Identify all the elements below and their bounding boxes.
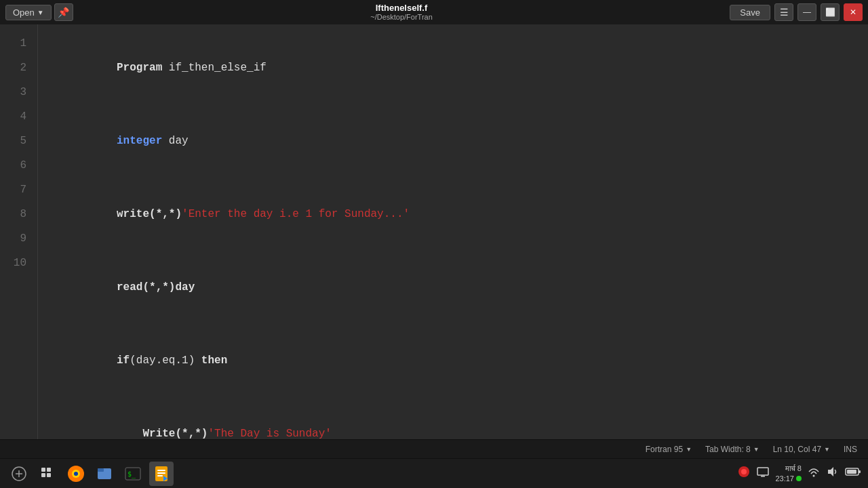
titlebar-right: Save ☰ — ⬜ ✕ (730, 3, 863, 21)
kw-then1: then (201, 354, 227, 367)
tabwidth-chevron: ▼ (753, 446, 760, 453)
code-line-5: if(day.eq.1) then (52, 324, 868, 397)
code-line-4: read(*,*)day (52, 251, 868, 324)
language-label: Fortran 95 (646, 445, 683, 454)
taskbar-terminal-icon[interactable]: $_ (121, 462, 145, 486)
svg-rect-24 (859, 470, 861, 473)
svg-rect-19 (757, 468, 768, 475)
taskbar-clock: मार्च 8 23:17 (775, 464, 802, 483)
svg-rect-13 (157, 470, 165, 471)
position-chevron: ▼ (824, 446, 830, 453)
path-label: ~/Desktop/ForTran (370, 13, 433, 22)
svg-rect-3 (41, 473, 45, 477)
code-line-2: integer day (52, 104, 868, 178)
clock-date: मार्च 8 (775, 464, 802, 473)
taskbar-right: मार्च 8 23:17 (737, 464, 861, 483)
kw-program: Program (91, 62, 169, 74)
minimize-icon: — (803, 7, 811, 17)
svg-rect-20 (761, 476, 765, 477)
code-line-6: Write(*,*)'The Day is Sunday' (52, 397, 868, 439)
status-mode: INS (844, 445, 857, 454)
line-num-1: 1 (7, 31, 26, 56)
tray-volume-icon[interactable] (826, 465, 840, 482)
line-num-8: 8 (7, 202, 26, 226)
taskbar-activities-icon[interactable] (7, 462, 31, 486)
tray-network-icon[interactable] (807, 465, 821, 482)
line-num-3: 3 (7, 80, 26, 104)
pin-icon: 📌 (58, 7, 69, 18)
program-name: if_then_else_if (169, 62, 267, 74)
kw-integer: integer (91, 135, 163, 147)
svg-point-18 (741, 469, 747, 474)
titlebar: Open ▼ 📌 IfthenelseIf.f ~/Desktop/ForTra… (0, 0, 868, 24)
svg-point-21 (813, 475, 815, 477)
statusbar: Fortran 95 ▼ Tab Width: 8 ▼ Ln 10, Col 4… (0, 439, 868, 458)
line-num-7: 7 (7, 178, 26, 202)
svg-rect-25 (847, 470, 856, 474)
line-num-9: 9 (7, 226, 26, 251)
code-line-3: write(*,*)'Enter the day i.e 1 for Sunda… (52, 178, 868, 251)
line-numbers: 1 2 3 4 5 6 7 8 9 10 (0, 24, 38, 439)
open-label: Open (13, 7, 35, 18)
kw-write2: Write(*,*) (91, 428, 208, 439)
clock-time: 23:17 (775, 474, 802, 483)
language-chevron: ▼ (686, 446, 692, 453)
filename-label: IfthenelseIf.f (376, 3, 428, 14)
svg-rect-14 (157, 472, 165, 474)
clock-dot (796, 476, 802, 481)
svg-rect-15 (157, 475, 163, 476)
status-language[interactable]: Fortran 95 ▼ (646, 445, 692, 454)
maximize-icon: ⬜ (825, 7, 835, 17)
menu-button[interactable]: ☰ (774, 3, 793, 21)
svg-point-7 (74, 472, 78, 476)
status-tabwidth[interactable]: Tab Width: 8 ▼ (705, 445, 760, 454)
svg-rect-1 (41, 468, 45, 472)
close-icon: ✕ (850, 7, 856, 17)
line-num-4: 4 (7, 104, 26, 129)
editor: 1 2 3 4 5 6 7 8 9 10 Program if_then_els… (0, 24, 868, 439)
mode-label: INS (844, 445, 857, 454)
var-day: day (162, 135, 188, 147)
tabwidth-label: Tab Width: 8 (705, 445, 751, 454)
code-area[interactable]: Program if_then_else_if integer day writ… (38, 24, 868, 439)
kw-write1: write(*,*) (91, 208, 182, 220)
taskbar-texteditor-icon[interactable] (149, 462, 174, 486)
pin-button[interactable]: 📌 (54, 3, 73, 21)
kw-if1: if (91, 354, 130, 367)
str-sunday: 'The Day is Sunday' (208, 428, 331, 439)
svg-text:$_: $_ (127, 470, 136, 479)
cond-1: (day.eq.1) (130, 354, 201, 367)
hamburger-icon: ☰ (780, 7, 789, 18)
tray-icons: मार्च 8 23:17 (737, 464, 861, 483)
open-button[interactable]: Open ▼ (5, 5, 52, 20)
close-button[interactable]: ✕ (844, 3, 863, 21)
open-caret: ▼ (37, 9, 44, 16)
svg-rect-4 (47, 473, 51, 477)
titlebar-center: IfthenelseIf.f ~/Desktop/ForTran (370, 3, 433, 22)
svg-marker-22 (828, 467, 833, 476)
tray-screen-icon[interactable] (756, 465, 770, 482)
save-button[interactable]: Save (730, 5, 770, 20)
svg-rect-9 (98, 468, 104, 472)
status-position: Ln 10, Col 47 ▼ (773, 445, 830, 454)
position-label: Ln 10, Col 47 (773, 445, 821, 454)
taskbar-appgrid-icon[interactable] (35, 462, 60, 486)
maximize-button[interactable]: ⬜ (821, 3, 840, 21)
line-num-6: 6 (7, 153, 26, 178)
svg-rect-2 (47, 468, 51, 472)
code-line-1: Program if_then_else_if (52, 31, 868, 104)
taskbar-firefox-icon[interactable] (64, 462, 88, 486)
kw-read: read(*,*)day (91, 281, 195, 293)
line-num-10: 10 (7, 251, 26, 275)
line-num-2: 2 (7, 56, 26, 80)
titlebar-left: Open ▼ 📌 (5, 3, 73, 21)
taskbar: $_ (0, 458, 868, 488)
tray-battery-icon[interactable] (845, 465, 861, 482)
taskbar-files-icon[interactable] (92, 462, 117, 486)
minimize-button[interactable]: — (797, 3, 816, 21)
tray-screenrecord-icon[interactable] (737, 465, 751, 482)
line-num-5: 5 (7, 129, 26, 153)
str-enter: 'Enter the day i.e 1 for Sunday...' (182, 208, 410, 220)
